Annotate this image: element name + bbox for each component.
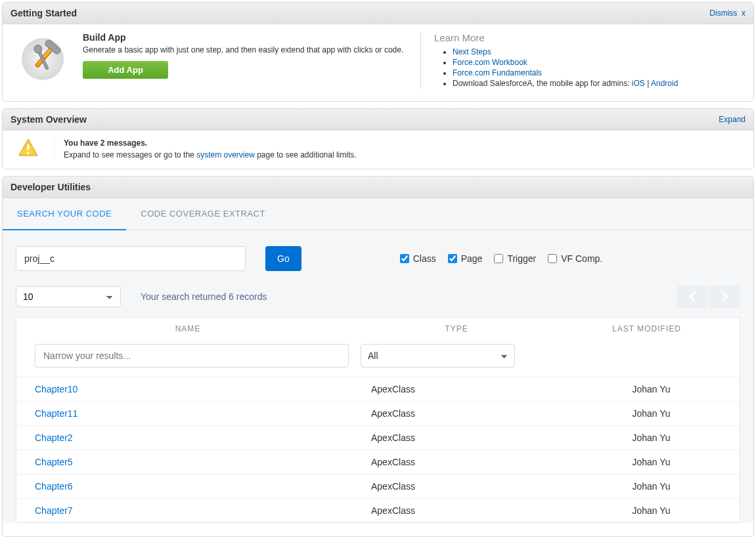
row-name-link[interactable]: Chapter2 — [35, 432, 73, 443]
go-button[interactable]: Go — [265, 246, 301, 271]
results-table: NAME TYPE LAST MODIFIED All Chapter10 Ap… — [16, 317, 740, 523]
getting-started-title: Getting Started — [11, 8, 77, 18]
row-modified: Johan Yu — [572, 432, 730, 443]
row-modified: Johan Yu — [572, 457, 730, 467]
system-overview-header: System Overview Expand — [3, 109, 753, 131]
table-row: Chapter2 ApexClass Johan Yu — [16, 425, 740, 450]
build-app-desc: Generate a basic app with just one step,… — [83, 45, 403, 54]
row-modified: Johan Yu — [572, 408, 730, 419]
getting-started-panel: Getting Started Dismiss x — [2, 2, 754, 102]
arrow-left-icon — [688, 291, 698, 302]
row-name-link[interactable]: Chapter7 — [35, 505, 73, 516]
dismiss-x[interactable]: x — [742, 9, 745, 18]
check-page-box[interactable] — [448, 254, 457, 263]
dismiss-link[interactable]: Dismiss — [709, 9, 737, 18]
row-type: ApexClass — [359, 408, 572, 419]
developer-utilities-panel: Developer Utilities SEARCH YOUR CODE COD… — [2, 176, 754, 537]
link-next-steps[interactable]: Next Steps — [453, 47, 491, 56]
row-type: ApexClass — [359, 432, 572, 443]
col-modified-header[interactable]: LAST MODIFIED — [563, 324, 730, 333]
row-name-link[interactable]: Chapter10 — [35, 384, 78, 394]
arrow-right-icon — [719, 291, 730, 302]
svg-rect-6 — [28, 144, 30, 150]
check-vfcomp[interactable]: VF Comp. — [548, 253, 602, 264]
system-overview-panel: System Overview Expand You have 2 messag… — [2, 108, 754, 169]
row-type: ApexClass — [359, 481, 572, 492]
link-ios[interactable]: iOS — [632, 79, 645, 88]
developer-utilities-title: Developer Utilities — [11, 182, 91, 192]
row-modified: Johan Yu — [572, 505, 730, 516]
vertical-divider — [420, 32, 421, 89]
pager-prev-button[interactable] — [677, 285, 709, 308]
table-row: Chapter7 ApexClass Johan Yu — [16, 498, 740, 522]
check-vfcomp-box[interactable] — [548, 254, 557, 263]
check-page[interactable]: Page — [448, 253, 483, 264]
svg-point-7 — [27, 152, 30, 154]
pager-next-button[interactable] — [709, 285, 740, 308]
system-overview-title: System Overview — [11, 114, 87, 125]
row-name-link[interactable]: Chapter11 — [35, 408, 78, 419]
expand-link[interactable]: Expand — [719, 115, 745, 124]
link-android[interactable]: Android — [651, 79, 678, 88]
messages-count: You have 2 messages. — [64, 138, 357, 148]
check-trigger-box[interactable] — [494, 254, 503, 263]
dev-tabs: SEARCH YOUR CODE CODE COVERAGE EXTRACT — [3, 198, 753, 230]
row-modified: Johan Yu — [572, 384, 730, 394]
page-size-select[interactable]: 10 — [16, 286, 121, 307]
hammer-wrench-icon — [13, 32, 72, 89]
col-type-header[interactable]: TYPE — [350, 324, 563, 333]
system-overview-link[interactable]: system overview — [196, 150, 255, 159]
row-name-link[interactable]: Chapter6 — [35, 481, 73, 492]
row-type: ApexClass — [359, 384, 572, 394]
filter-name-input[interactable] — [35, 344, 349, 368]
tab-search-your-code[interactable]: SEARCH YOUR CODE — [3, 198, 126, 230]
table-row: Chapter11 ApexClass Johan Yu — [16, 401, 740, 425]
developer-utilities-header: Developer Utilities — [3, 177, 753, 198]
link-fundamentals[interactable]: Force.com Fundamentals — [453, 68, 542, 77]
row-type: ApexClass — [359, 505, 572, 516]
row-type: ApexClass — [359, 457, 572, 467]
download-line: Download SalesforceA, the mobile app for… — [453, 79, 678, 88]
warning-icon — [12, 137, 45, 158]
results-message: Your search returned 6 records — [121, 291, 677, 302]
link-workbook[interactable]: Force.com Workbook — [453, 58, 527, 67]
learn-more-title: Learn More — [434, 32, 678, 43]
check-class-box[interactable] — [400, 254, 409, 263]
add-app-button[interactable]: Add App — [83, 61, 168, 79]
table-row: Chapter5 ApexClass Johan Yu — [16, 450, 740, 474]
messages-detail: Expand to see messages or go to the syst… — [64, 150, 357, 159]
col-name-header[interactable]: NAME — [26, 324, 350, 333]
row-modified: Johan Yu — [572, 481, 730, 492]
table-row: Chapter10 ApexClass Johan Yu — [16, 377, 740, 401]
getting-started-header: Getting Started Dismiss x — [3, 3, 753, 24]
filter-type-select[interactable]: All — [361, 344, 515, 368]
search-input[interactable] — [16, 246, 246, 271]
tab-code-coverage-extract[interactable]: CODE COVERAGE EXTRACT — [126, 198, 280, 230]
check-class[interactable]: Class — [400, 253, 436, 264]
build-app-title: Build App — [83, 32, 403, 43]
check-trigger[interactable]: Trigger — [494, 253, 536, 264]
table-row: Chapter6 ApexClass Johan Yu — [16, 474, 740, 498]
row-name-link[interactable]: Chapter5 — [35, 457, 73, 467]
